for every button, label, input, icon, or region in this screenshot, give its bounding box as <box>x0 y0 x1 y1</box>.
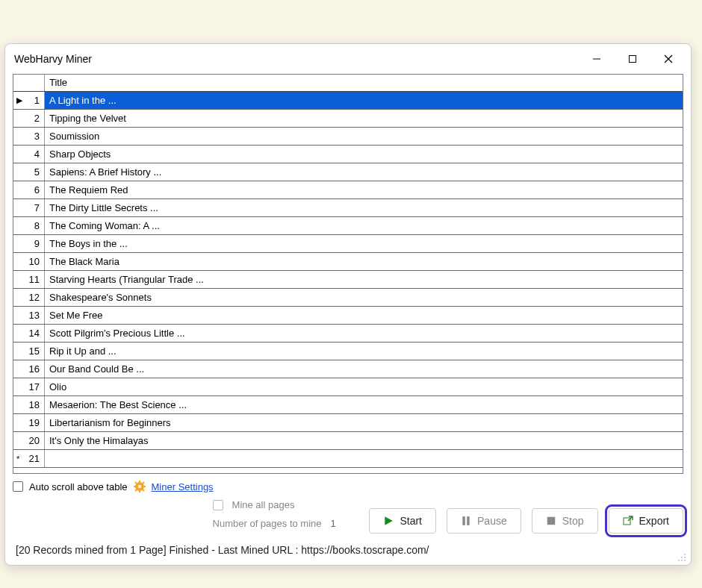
table-row[interactable]: 5Sapiens: A Brief History ... <box>13 163 683 181</box>
mine-all-pages-label: Mine all pages <box>232 499 295 510</box>
svg-rect-1 <box>630 56 636 63</box>
svg-line-12 <box>143 482 144 484</box>
table-row[interactable]: 11Starving Hearts (Triangular Trade ... <box>13 271 683 289</box>
table-row[interactable]: ▶1A Light in the ... <box>13 92 683 110</box>
row-index: 4 <box>13 146 45 163</box>
row-title[interactable]: The Requiem Red <box>45 181 683 198</box>
table-row[interactable]: 6The Requiem Red <box>13 181 683 199</box>
miner-window: WebHarvy Miner Title ▶1A Light in the ..… <box>4 43 692 566</box>
data-grid[interactable]: Title ▶1A Light in the ...2Tipping the V… <box>13 74 683 474</box>
svg-rect-16 <box>467 516 470 525</box>
maximize-button[interactable] <box>616 48 649 70</box>
row-title[interactable]: The Dirty Little Secrets ... <box>45 199 683 216</box>
table-row[interactable]: 9The Boys in the ... <box>13 235 683 253</box>
pause-button[interactable]: Pause <box>447 508 521 534</box>
row-index: 20 <box>13 432 45 449</box>
status-text: [20 Records mined from 1 Page] Finished … <box>16 544 429 556</box>
table-row[interactable]: 13Set Me Free <box>13 307 683 325</box>
svg-rect-18 <box>624 518 630 525</box>
svg-point-22 <box>678 560 680 561</box>
row-title[interactable]: Olio <box>45 378 683 395</box>
row-title[interactable]: Rip it Up and ... <box>45 343 683 360</box>
controls-row: Auto scroll above table Miner Settings <box>13 474 683 495</box>
table-row[interactable]: 2Tipping the Velvet <box>13 110 683 128</box>
row-title[interactable]: Tipping the Velvet <box>45 110 683 127</box>
resize-grip[interactable] <box>676 551 686 562</box>
row-index: *21 <box>13 450 45 467</box>
row-title[interactable]: Shakespeare's Sonnets <box>45 289 683 306</box>
row-title[interactable]: Mesaerion: The Best Science ... <box>45 396 683 413</box>
row-index: 5 <box>13 163 45 181</box>
miner-settings-link[interactable]: Miner Settings <box>152 481 214 492</box>
close-button[interactable] <box>652 48 685 70</box>
row-title[interactable]: The Coming Woman: A ... <box>45 217 683 234</box>
row-index: 19 <box>13 414 45 431</box>
svg-point-20 <box>681 557 683 558</box>
table-row[interactable]: 10The Black Maria <box>13 253 683 271</box>
row-title[interactable]: The Boys in the ... <box>45 235 683 252</box>
row-title[interactable]: Scott Pilgrim's Precious Little ... <box>45 325 683 342</box>
table-row[interactable]: 20It's Only the Himalayas <box>13 432 683 450</box>
start-button[interactable]: Start <box>369 508 436 534</box>
table-row[interactable]: 15Rip it Up and ... <box>13 343 683 360</box>
table-row[interactable]: 14Scott Pilgrim's Precious Little ... <box>13 325 683 343</box>
row-index: 13 <box>13 307 45 324</box>
table-row[interactable]: 16Our Band Could Be ... <box>13 360 683 378</box>
pages-panel: Mine all pages Number of pages to mine 1 <box>213 498 364 535</box>
bottom-panel: Mine all pages Number of pages to mine 1… <box>13 495 683 539</box>
row-title[interactable]: A Light in the ... <box>45 92 683 109</box>
mine-all-pages-checkbox[interactable] <box>213 500 223 510</box>
stop-icon <box>546 516 556 526</box>
stop-button-label: Stop <box>562 515 584 527</box>
table-row[interactable]: 4Sharp Objects <box>13 146 683 163</box>
table-row[interactable]: 12Shakespeare's Sonnets <box>13 289 683 307</box>
svg-line-11 <box>143 490 144 491</box>
table-row[interactable]: 19Libertarianism for Beginners <box>13 414 683 432</box>
svg-rect-15 <box>462 516 465 525</box>
svg-rect-17 <box>547 517 555 525</box>
export-button[interactable]: Export <box>609 508 683 534</box>
table-row[interactable]: 7The Dirty Little Secrets ... <box>13 199 683 217</box>
svg-point-24 <box>684 560 686 561</box>
pages-to-mine-value[interactable]: 1 <box>331 518 336 529</box>
row-title[interactable]: Sapiens: A Brief History ... <box>45 163 683 181</box>
row-title[interactable]: Set Me Free <box>45 307 683 324</box>
minimize-button[interactable] <box>580 48 613 70</box>
table-row[interactable]: 3Soumission <box>13 128 683 146</box>
grid-header-index <box>13 75 45 91</box>
stop-button[interactable]: Stop <box>532 508 598 534</box>
row-index: 11 <box>13 271 45 288</box>
status-bar: [20 Records mined from 1 Page] Finished … <box>13 539 683 559</box>
svg-marker-14 <box>385 516 394 525</box>
window-controls <box>580 48 685 70</box>
row-title[interactable]: Starving Hearts (Triangular Trade ... <box>45 271 683 288</box>
play-icon <box>383 516 394 526</box>
row-title[interactable]: It's Only the Himalayas <box>45 432 683 449</box>
table-row[interactable]: 8The Coming Woman: A ... <box>13 217 683 235</box>
grid-body[interactable]: ▶1A Light in the ...2Tipping the Velvet3… <box>13 92 683 473</box>
table-row[interactable]: *21 <box>13 450 683 468</box>
current-row-indicator-icon: ▶ <box>16 96 22 105</box>
row-title[interactable]: The Black Maria <box>45 253 683 270</box>
titlebar: WebHarvy Miner <box>5 44 691 74</box>
row-title[interactable]: Libertarianism for Beginners <box>45 414 683 431</box>
table-row[interactable]: 18Mesaerion: The Best Science ... <box>13 396 683 414</box>
maximize-icon <box>628 54 637 63</box>
button-row: Start Pause Stop Export <box>369 498 683 534</box>
row-index: 16 <box>13 360 45 378</box>
pause-icon <box>461 516 471 526</box>
row-index: 9 <box>13 235 45 252</box>
row-index: 12 <box>13 289 45 306</box>
auto-scroll-checkbox[interactable] <box>13 481 23 492</box>
row-index: 3 <box>13 128 45 145</box>
table-row[interactable]: 17Olio <box>13 378 683 396</box>
auto-scroll-label: Auto scroll above table <box>29 481 128 492</box>
row-title[interactable]: Our Band Could Be ... <box>45 360 683 378</box>
row-index: 2 <box>13 110 45 127</box>
row-title[interactable] <box>45 450 683 467</box>
grid-header-title[interactable]: Title <box>45 75 683 91</box>
close-icon <box>664 54 673 63</box>
row-title[interactable]: Sharp Objects <box>45 146 683 163</box>
start-button-label: Start <box>400 515 422 527</box>
row-title[interactable]: Soumission <box>45 128 683 145</box>
